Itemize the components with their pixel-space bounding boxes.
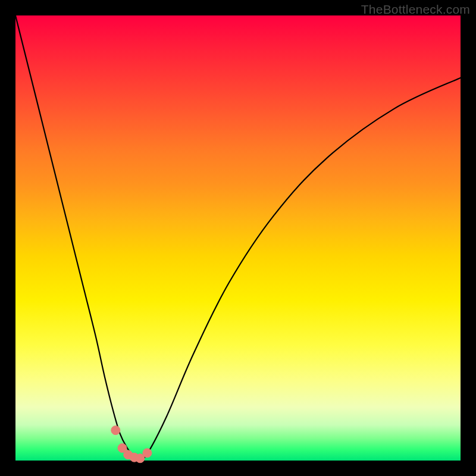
- bottleneck-marker: [143, 449, 152, 458]
- watermark-text: TheBottleneck.com: [361, 2, 470, 17]
- chart-svg: [15, 15, 461, 461]
- bottleneck-curve: [15, 15, 461, 459]
- bottleneck-marker-group: [111, 426, 152, 463]
- bottleneck-marker: [111, 426, 120, 435]
- chart-plot-area: [15, 15, 461, 461]
